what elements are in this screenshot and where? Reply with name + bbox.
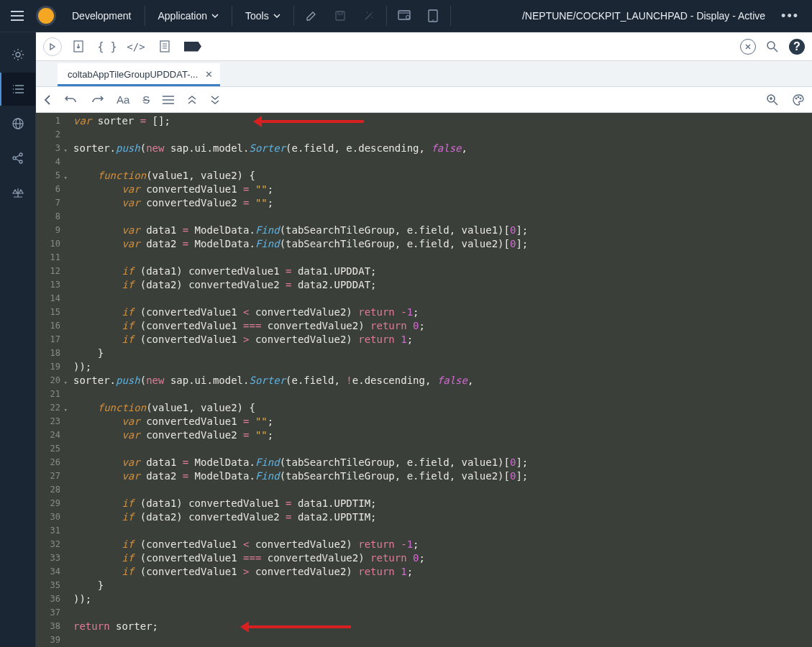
code-line[interactable] (73, 387, 812, 401)
line-number: 26 (36, 456, 60, 469)
line-number: 27 (36, 469, 60, 483)
collapse-up-icon[interactable] (187, 95, 197, 105)
separator (145, 6, 145, 26)
code-content[interactable]: var sorter = []; sorter.push(new sap.ui.… (65, 113, 812, 647)
close-tab-icon[interactable]: ✕ (205, 69, 213, 80)
lines-icon[interactable] (163, 96, 174, 104)
code-tag-icon[interactable]: </> (124, 35, 148, 59)
line-number: 35 (36, 579, 60, 592)
back-icon[interactable] (43, 94, 52, 106)
line-number: 37 (36, 606, 60, 620)
line-number: 3▾ (36, 142, 60, 155)
code-line[interactable]: if (data1) convertedValue1 = data1.UPDDA… (73, 265, 812, 278)
braces-icon[interactable]: { } (95, 35, 119, 59)
code-line[interactable]: sorter.push(new sap.ui.model.Sorter(e.fi… (73, 374, 812, 387)
code-line[interactable]: if (convertedValue1 === convertedValue2)… (73, 551, 812, 565)
code-line[interactable]: function(value1, value2) { (73, 401, 812, 415)
code-line[interactable]: if (data1) convertedValue1 = data1.UPDTI… (73, 497, 812, 510)
code-line[interactable] (73, 292, 812, 306)
line-number: 38 (36, 620, 60, 633)
svg-point-14 (767, 42, 775, 49)
svg-point-5 (432, 19, 434, 21)
wand-icon (356, 3, 382, 29)
code-line[interactable] (73, 251, 812, 265)
code-line[interactable]: var data2 = ModelData.Find(tabSearchTile… (73, 469, 812, 483)
code-line[interactable] (73, 210, 812, 224)
code-line[interactable]: var convertedValue2 = ""; (73, 428, 812, 442)
help-icon[interactable]: ? (789, 39, 805, 55)
code-line[interactable]: if (convertedValue1 === convertedValue2)… (73, 319, 812, 333)
code-line[interactable] (73, 128, 812, 142)
line-number: 16 (36, 319, 60, 333)
sidebar-globe-icon[interactable] (0, 107, 35, 140)
code-line[interactable] (73, 606, 812, 620)
code-line[interactable] (73, 483, 812, 497)
redo-icon[interactable] (91, 94, 104, 106)
nav-development[interactable]: Development (63, 0, 140, 32)
code-line[interactable]: function(value1, value2) { (73, 169, 812, 183)
code-line[interactable]: if (convertedValue1 > convertedValue2) r… (73, 333, 812, 347)
code-line[interactable]: if (convertedValue1 < convertedValue2) r… (73, 306, 812, 319)
code-line[interactable]: } (73, 347, 812, 360)
code-line[interactable]: if (data2) convertedValue2 = data2.UPDDA… (73, 278, 812, 292)
sidebar-list-icon[interactable] (0, 73, 35, 106)
line-number: 10 (36, 237, 60, 251)
sidebar-settings-icon[interactable] (0, 38, 35, 71)
code-line[interactable] (73, 155, 812, 169)
code-line[interactable]: )); (73, 360, 812, 374)
code-line[interactable]: sorter.push(new sap.ui.model.Sorter(e.fi… (73, 142, 812, 155)
more-menu-icon[interactable]: ••• (774, 9, 806, 24)
editor-toolbar: Aa S (36, 87, 812, 113)
code-line[interactable] (73, 633, 812, 647)
code-line[interactable] (73, 524, 812, 538)
code-line[interactable]: var convertedValue1 = ""; (73, 415, 812, 428)
line-number: 13 (36, 278, 60, 292)
strikethrough-icon[interactable]: S (142, 93, 150, 106)
expand-down-icon[interactable] (210, 95, 220, 105)
code-line[interactable]: if (data2) convertedValue2 = data2.UPDTI… (73, 510, 812, 524)
line-number: 17 (36, 333, 60, 347)
code-line[interactable]: var data1 = ModelData.Find(tabSearchTile… (73, 456, 812, 469)
annotation-arrow (256, 120, 364, 123)
font-case-icon[interactable]: Aa (117, 93, 129, 106)
menu-icon[interactable] (6, 4, 29, 27)
document-icon[interactable] (152, 35, 177, 59)
undo-icon[interactable] (65, 94, 78, 106)
download-file-icon[interactable] (66, 35, 91, 59)
code-line[interactable]: if (convertedValue1 > convertedValue2) r… (73, 565, 812, 579)
code-line[interactable]: var sorter = []; (73, 114, 812, 128)
line-gutter: 123▾45▾67891011121314151617181920▾2122▾2… (36, 113, 65, 647)
code-line[interactable]: if (convertedValue1 < convertedValue2) r… (73, 538, 812, 551)
code-line[interactable]: var data1 = ModelData.Find(tabSearchTile… (73, 224, 812, 237)
code-line[interactable]: var data2 = ModelData.Find(tabSearchTile… (73, 237, 812, 251)
separator (293, 6, 294, 26)
code-line[interactable]: var convertedValue2 = ""; (73, 196, 812, 210)
line-number: 19 (36, 360, 60, 374)
code-editor[interactable]: 123▾45▾67891011121314151617181920▾2122▾2… (36, 113, 812, 647)
sidebar-share-icon[interactable] (0, 142, 35, 175)
search-icon[interactable] (760, 35, 785, 59)
run-icon[interactable] (43, 37, 62, 56)
code-line[interactable]: var convertedValue1 = ""; (73, 183, 812, 196)
theme-palette-icon[interactable] (792, 93, 805, 106)
code-line[interactable]: return sorter; (73, 620, 812, 633)
preview-tablet-icon[interactable] (420, 3, 446, 29)
nav-tools[interactable]: Tools (237, 0, 289, 32)
code-line[interactable]: } (73, 579, 812, 592)
cancel-icon[interactable] (740, 39, 756, 55)
code-line[interactable] (73, 442, 812, 456)
code-line[interactable]: )); (73, 592, 812, 606)
edit-pencil-icon[interactable] (298, 3, 324, 29)
zoom-in-icon[interactable] (766, 93, 779, 106)
line-number: 14 (36, 292, 60, 306)
line-number: 1 (36, 114, 60, 128)
editor-tab[interactable]: coltabAppTileGroupUPDDAT-... ✕ (58, 63, 220, 86)
nav-application[interactable]: Application (150, 0, 228, 32)
preview-browser-icon[interactable] (391, 3, 417, 29)
separator (232, 6, 232, 26)
flag-icon[interactable] (184, 42, 201, 52)
line-number: 6 (36, 183, 60, 196)
sidebar-scale-icon[interactable] (0, 176, 35, 209)
line-number: 7 (36, 196, 60, 210)
app-logo-icon[interactable] (36, 6, 56, 26)
